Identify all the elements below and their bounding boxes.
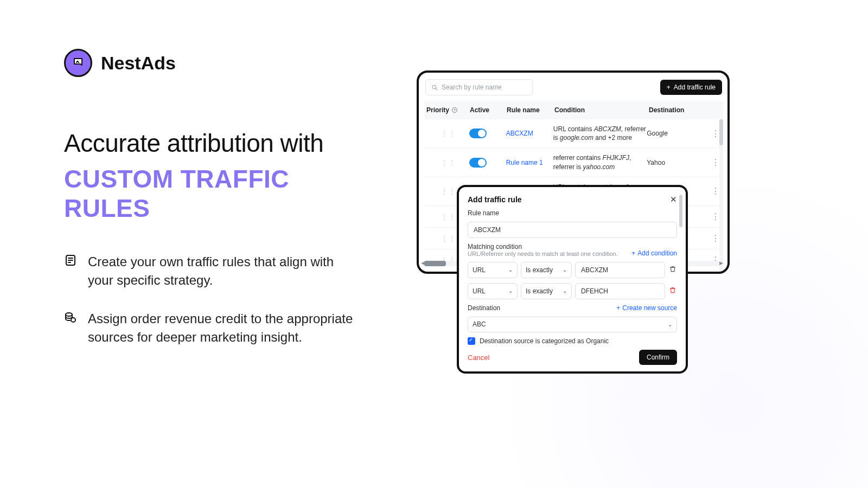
condition-field-select[interactable]: URL⌄: [468, 262, 518, 278]
plus-icon: +: [667, 84, 671, 91]
headline-line2: Custom Traffic Rules: [64, 164, 379, 223]
add-traffic-rule-modal: Add traffic rule ✕ Rule name Matching co…: [457, 185, 688, 374]
modal-scrollbar[interactable]: [679, 195, 682, 227]
search-icon: [431, 84, 438, 91]
drag-handle-icon[interactable]: ⋮⋮: [426, 158, 469, 167]
drag-handle-icon[interactable]: ⋮⋮: [426, 129, 469, 138]
chevron-right-icon[interactable]: ▶: [719, 260, 723, 266]
feature-item: Assign order revenue credit to the appro…: [64, 310, 379, 346]
svg-text:?: ?: [454, 108, 456, 112]
feature-text: Create your own traffic rules that align…: [88, 253, 354, 289]
headline-line1: Accurate attribution with: [64, 129, 379, 158]
feature-item: Create your own traffic rules that align…: [64, 253, 379, 289]
modal-title: Add traffic rule: [468, 195, 522, 204]
feature-text: Assign order revenue credit to the appro…: [88, 310, 354, 346]
chevron-down-icon: ⌄: [563, 288, 567, 294]
add-button-label: Add traffic rule: [674, 84, 716, 91]
svg-point-2: [71, 318, 75, 322]
plus-icon: +: [631, 249, 635, 257]
col-priority: Priority ?: [426, 106, 470, 114]
condition-row: URL⌄ Is exactly⌄: [468, 262, 677, 278]
destination-label: Destination: [468, 304, 500, 312]
marketing-copy: NestAds Accurate attribution with Custom…: [64, 49, 379, 367]
col-active: Active: [470, 106, 507, 114]
brand-logo-icon: [64, 49, 92, 77]
search-input[interactable]: Search by rule name: [425, 79, 533, 95]
active-toggle[interactable]: [469, 129, 487, 138]
condition-operator-select[interactable]: Is exactly⌄: [521, 283, 572, 299]
destination-select[interactable]: ABC⌄: [468, 317, 677, 333]
condition-value-input[interactable]: [575, 262, 665, 278]
coins-icon: [64, 311, 77, 346]
brand-name: NestAds: [101, 53, 176, 74]
help-icon[interactable]: ?: [451, 107, 458, 113]
add-traffic-rule-button[interactable]: + Add traffic rule: [660, 80, 722, 95]
rule-name-link[interactable]: Rule name 1: [506, 159, 553, 166]
brand: NestAds: [64, 49, 379, 77]
table-header: Priority ? Active Rule name Condition De…: [424, 101, 723, 119]
chevron-down-icon: ⌄: [508, 267, 513, 273]
chevron-down-icon: ⌄: [668, 322, 672, 328]
condition-row: URL⌄ Is exactly⌄: [468, 283, 677, 299]
col-condition: Condition: [554, 106, 649, 114]
checkbox-checked-icon[interactable]: [468, 337, 475, 345]
organic-checkbox-row[interactable]: Destination source is categorized as Org…: [468, 337, 677, 345]
trash-icon[interactable]: [668, 286, 677, 296]
close-icon[interactable]: ✕: [670, 195, 677, 204]
confirm-button[interactable]: Confirm: [639, 350, 677, 365]
condition-text: referrer contains FHJKJFJ, referrer is y…: [553, 153, 647, 171]
plus-icon: +: [616, 304, 620, 312]
condition-text: URL contains ABCXZM, referrer is google.…: [553, 125, 647, 142]
rule-name-label: Rule name: [468, 209, 677, 217]
table-row: ⋮⋮ ABCXZM URL contains ABCXZM, referrer …: [424, 119, 723, 148]
matching-condition-label: Matching condition: [468, 243, 618, 251]
condition-field-select[interactable]: URL⌄: [468, 283, 518, 299]
svg-point-1: [66, 313, 72, 316]
condition-operator-select[interactable]: Is exactly⌄: [521, 262, 572, 278]
col-rule-name: Rule name: [507, 106, 554, 114]
toolbar: Search by rule name + Add traffic rule: [424, 78, 723, 101]
rule-name-link[interactable]: ABCXZM: [506, 130, 553, 137]
add-condition-button[interactable]: + Add condition: [631, 249, 677, 257]
condition-value-input[interactable]: [575, 283, 665, 299]
destination-text: Google: [647, 130, 710, 137]
col-destination: Destination: [649, 106, 713, 114]
rule-name-input[interactable]: [468, 222, 677, 238]
trash-icon[interactable]: [668, 265, 677, 274]
chevron-down-icon: ⌄: [563, 267, 567, 273]
search-placeholder: Search by rule name: [442, 84, 502, 91]
vertical-scrollbar[interactable]: [719, 119, 723, 271]
active-toggle[interactable]: [469, 158, 487, 168]
organic-label: Destination source is categorized as Org…: [480, 337, 609, 345]
document-icon: [64, 254, 77, 289]
table-row: ⋮⋮ Rule name 1 referrer contains FHJKJFJ…: [424, 148, 723, 177]
create-new-source-button[interactable]: + Create new source: [616, 304, 677, 312]
svg-point-3: [432, 85, 436, 89]
cancel-button[interactable]: Cancel: [468, 354, 489, 362]
chevron-down-icon: ⌄: [508, 288, 513, 294]
destination-text: Yahoo: [647, 159, 710, 166]
matching-condition-hint: URL/Referrer only needs to match at leas…: [468, 251, 618, 257]
